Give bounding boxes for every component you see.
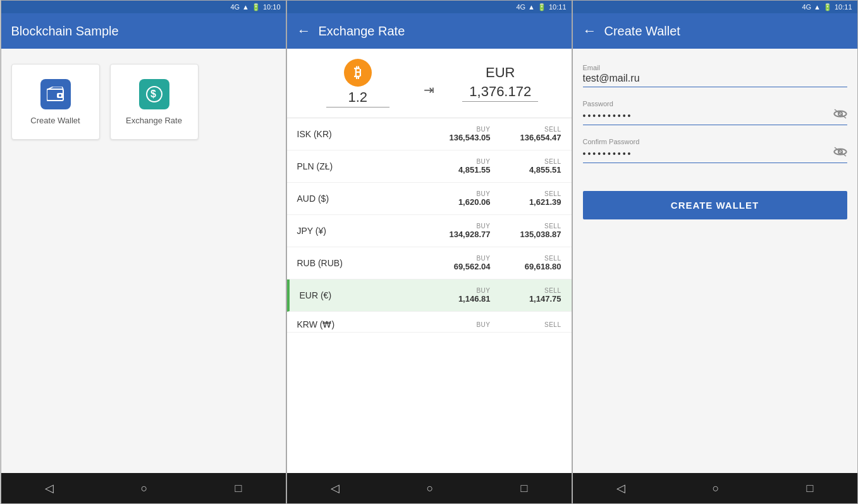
currency-rub: RUB (RUB) [297, 258, 440, 268]
confirm-password-input[interactable] [583, 149, 833, 159]
currency-krw: KRW (₩) [297, 319, 440, 329]
status-bar-3: 4G ▲ 🔋 10:11 [573, 1, 857, 13]
app-title-1: Blockchain Sample [11, 24, 119, 39]
email-input-row [583, 73, 847, 87]
password-label: Password [583, 100, 847, 108]
sell-header-isk: SELL [544, 126, 561, 133]
nav-bar-2: ◁ ○ □ [287, 473, 572, 503]
create-wallet-form: Email Password [573, 49, 857, 235]
home-cards-container: Create Wallet $ Exchange Rate [1, 49, 286, 155]
buy-col-eur: BUY 1,146.81 [440, 287, 491, 304]
home-button-3[interactable]: ○ [697, 477, 735, 500]
buy-col-jpy: BUY 134,928.77 [440, 223, 491, 239]
battery-icon: 🔋 [252, 3, 260, 11]
status-bar-2: 4G ▲ 🔋 10:11 [287, 1, 572, 13]
battery-icon-3: 🔋 [823, 3, 832, 11]
recent-button-2[interactable]: □ [506, 477, 543, 500]
recent-button-3[interactable]: □ [792, 477, 829, 500]
password-input-row [583, 109, 847, 125]
sell-col-jpy: SELL 135,038.87 [511, 223, 561, 239]
sell-col-rub: SELL 69,618.80 [511, 255, 561, 271]
password-visibility-icon[interactable] [833, 109, 847, 122]
rate-buysell-jpy: BUY 134,928.77 SELL 135,038.87 [440, 223, 561, 239]
home-button-1[interactable]: ○ [126, 477, 163, 500]
time-1: 10:10 [263, 3, 281, 11]
buy-col-pln: BUY 4,851.55 [440, 158, 491, 175]
converter-section: ₿ 1.2 ⇥ EUR 1,376.172 [287, 49, 572, 118]
currency-isk: ISK (KR) [297, 129, 440, 139]
status-bar-1: 4G ▲ 🔋 10:10 [1, 1, 286, 13]
sell-value-eur: 1,147.75 [529, 294, 561, 304]
btc-symbol: ₿ [354, 65, 361, 81]
time-2: 10:11 [549, 3, 567, 11]
rate-buysell-pln: BUY 4,851.55 SELL 4,855.51 [440, 158, 561, 175]
create-wallet-button[interactable]: CREATE WALLET [583, 191, 847, 219]
buy-value-jpy: 134,928.77 [449, 230, 490, 239]
rate-list: ISK (KR) BUY 136,543.05 SELL 136,654.47 … [287, 118, 572, 333]
signal-icon-3: 4G [802, 3, 811, 11]
signal-bars-2: ▲ [528, 3, 535, 11]
sell-value-jpy: 135,038.87 [520, 230, 561, 239]
signal-icon: 4G [230, 3, 240, 11]
buy-value-isk: 136,543.05 [449, 133, 490, 142]
rate-buysell-rub: BUY 69,562.04 SELL 69,618.80 [440, 255, 561, 271]
btc-side: ₿ 1.2 [297, 59, 419, 108]
buy-value-rub: 69,562.04 [454, 262, 491, 271]
eur-label: EUR [486, 65, 515, 81]
recent-button-1[interactable]: □ [220, 477, 257, 500]
currency-aud: AUD ($) [297, 194, 440, 204]
sell-value-rub: 69,618.80 [525, 262, 561, 271]
buy-value-aud: 1,620.06 [458, 197, 491, 207]
eur-value[interactable]: 1,376.172 [462, 83, 538, 102]
rate-row-jpy[interactable]: JPY (¥) BUY 134,928.77 SELL 135,038.87 [287, 215, 572, 247]
time-3: 10:11 [835, 3, 852, 11]
rate-row-eur[interactable]: EUR (€) BUY 1,146.81 SELL 1,147.75 [287, 280, 572, 312]
swap-arrow-icon[interactable]: ⇥ [419, 70, 439, 97]
exchange-rate-label: Exchange Rate [126, 116, 182, 125]
app-bar-3: ← Create Wallet [573, 13, 857, 49]
password-input[interactable] [583, 111, 833, 121]
app-bar-2: ← Exchange Rate [287, 13, 572, 49]
nav-bar-1: ◁ ○ □ [1, 473, 286, 503]
currency-pln: PLN (ZŁ) [297, 161, 440, 171]
btc-value[interactable]: 1.2 [326, 89, 389, 108]
back-button-3[interactable]: ◁ [601, 476, 640, 500]
buy-col-isk: BUY 136,543.05 [440, 126, 491, 142]
confirm-password-field-group: Confirm Password [583, 138, 847, 163]
rate-buysell-aud: BUY 1,620.06 SELL 1,621.39 [440, 190, 561, 207]
buy-col-krw: BUY [440, 321, 491, 328]
sell-col-isk: SELL 136,654.47 [511, 126, 561, 142]
email-field-group: Email [583, 64, 847, 87]
svg-point-2 [59, 94, 61, 97]
signal-bars: ▲ [242, 3, 249, 11]
confirm-visibility-icon[interactable] [833, 147, 847, 160]
phone-2: 4G ▲ 🔋 10:11 ← Exchange Rate ₿ 1.2 ⇥ EUR… [286, 0, 572, 504]
nav-bar-3: ◁ ○ □ [573, 473, 857, 503]
home-screen: Create Wallet $ Exchange Rate [1, 49, 286, 473]
exchange-rate-card[interactable]: $ Exchange Rate [110, 64, 199, 140]
battery-icon-2: 🔋 [537, 3, 546, 11]
rate-row-isk[interactable]: ISK (KR) BUY 136,543.05 SELL 136,654.47 [287, 118, 572, 151]
sell-value-isk: 136,654.47 [520, 133, 561, 142]
rate-row-aud[interactable]: AUD ($) BUY 1,620.06 SELL 1,621.39 [287, 183, 572, 215]
back-button-1[interactable]: ◁ [30, 476, 69, 500]
create-wallet-screen: Email Password [573, 49, 857, 473]
eur-side: EUR 1,376.172 [439, 65, 561, 102]
rate-row-krw[interactable]: KRW (₩) BUY SELL [287, 312, 572, 333]
rate-buysell-krw: BUY SELL [440, 321, 561, 328]
sell-value-pln: 4,855.51 [529, 165, 561, 175]
email-input[interactable] [583, 73, 847, 84]
home-button-2[interactable]: ○ [412, 477, 449, 500]
signal-bars-3: ▲ [814, 3, 821, 11]
rate-row-pln[interactable]: PLN (ZŁ) BUY 4,851.55 SELL 4,855.51 [287, 151, 572, 183]
buy-value-eur: 1,146.81 [458, 294, 491, 304]
create-wallet-card[interactable]: Create Wallet [11, 64, 100, 140]
sell-col-pln: SELL 4,855.51 [511, 158, 561, 175]
rate-row-rub[interactable]: RUB (RUB) BUY 69,562.04 SELL 69,618.80 [287, 247, 572, 280]
buy-col-aud: BUY 1,620.06 [440, 190, 491, 207]
back-arrow-2[interactable]: ← [297, 23, 311, 39]
back-button-2[interactable]: ◁ [316, 476, 355, 500]
back-arrow-3[interactable]: ← [583, 23, 597, 39]
app-bar-1: Blockchain Sample [1, 13, 286, 49]
email-label: Email [583, 64, 847, 71]
